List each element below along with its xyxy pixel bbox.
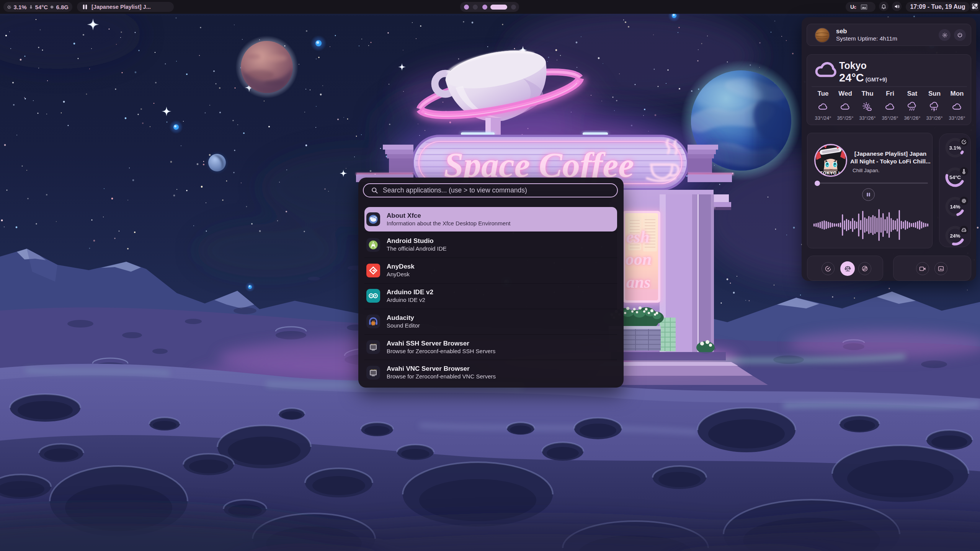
svg-text:oon: oon <box>626 250 652 269</box>
svg-text:24%: 24% <box>950 233 960 239</box>
svg-text:ans: ans <box>626 273 651 292</box>
svg-text:54°C: 54°C <box>949 174 961 180</box>
svg-text:14%: 14% <box>950 204 960 210</box>
svg-text:esh: esh <box>626 228 650 246</box>
svg-text:3.1%: 3.1% <box>949 145 961 151</box>
